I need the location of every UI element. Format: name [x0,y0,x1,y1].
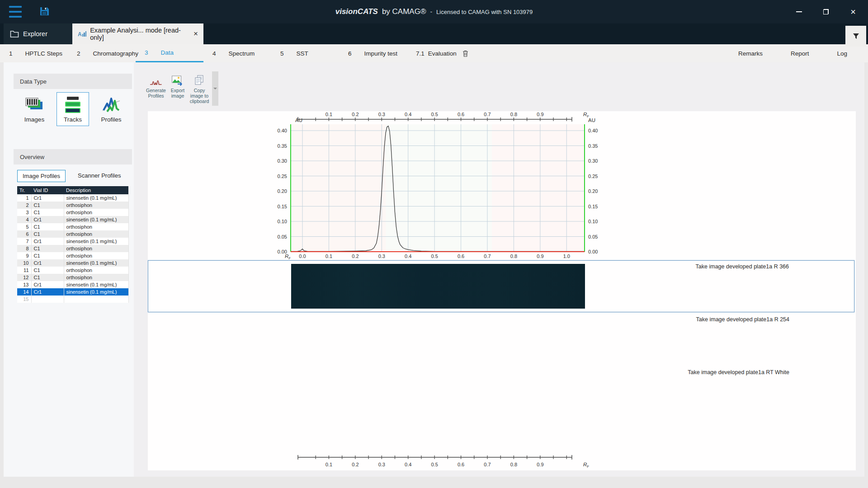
tab-hptlc-steps[interactable]: 1HPTLC Steps [0,44,68,62]
trash-icon[interactable] [462,50,468,57]
tab-sst[interactable]: 5SST [271,44,339,62]
tab-document[interactable]: A Example Analysi... mode [read-only] × [72,23,203,44]
svg-text:0.7: 0.7 [484,462,491,467]
svg-text:0.8: 0.8 [510,253,517,259]
svg-text:0.05: 0.05 [588,234,598,239]
main-area: Generate Profiles Export image C [134,62,864,477]
table-row[interactable]: 14Cr1sinensetin (0.1 mg/mL) [17,288,128,296]
tracks-icon [63,96,82,113]
svg-text:0.7: 0.7 [484,253,491,259]
track-table: Tr.Vial IDDescription 1Cr1sinensetin (0.… [17,186,129,303]
svg-text:0.10: 0.10 [278,219,287,224]
tab-scanner-profiles[interactable]: Scanner Profiles [73,170,126,182]
sidebar: Data Type Images [4,62,134,477]
filter-icon [852,33,860,40]
svg-text:0.00: 0.00 [588,249,598,254]
minimize-button[interactable] [793,6,805,18]
track-image-row-white[interactable]: Take image developed plate1a RT White [148,366,854,417]
svg-text:0.05: 0.05 [278,234,287,239]
svg-text:0.4: 0.4 [405,462,411,467]
overview-header: Overview [14,149,132,164]
svg-text:0.5: 0.5 [431,462,438,467]
window-title: visionCATS by CAMAG® - Licensed to CAMAG… [0,0,868,23]
svg-text:0.9: 0.9 [537,253,543,259]
svg-text:0.25: 0.25 [278,174,287,179]
profile-chart[interactable]: 0.000.000.050.050.100.100.150.150.200.20… [148,111,856,261]
table-row[interactable]: 7Cr1sinensetin (0.1 mg/mL) [17,238,128,245]
profiles-peaks-icon [150,75,162,86]
restore-icon [823,9,829,14]
table-row[interactable]: 12C1orthosiphon [17,274,128,281]
svg-text:0.6: 0.6 [458,253,464,259]
track-image-row-254[interactable]: Take image developed plate1a R 254 [148,314,854,364]
close-button[interactable]: × [847,6,859,18]
track-label-white: Take image developed plate1a RT White [688,369,789,375]
data-type-images[interactable]: Images [18,92,51,126]
table-row[interactable]: 9C1orthosiphon [17,252,128,259]
tab-impurity-test[interactable]: 6Impurity test [339,44,407,62]
table-row[interactable]: 5C1orthosiphon [17,223,128,230]
tab-bar: Explorer A Example Analysi... mode [read… [0,23,868,44]
svg-text:0.40: 0.40 [278,128,287,133]
main-toolbar: Generate Profiles Export image C [145,71,218,106]
analysis-icon: A [78,31,86,37]
toolbar-scrollbar[interactable] [212,71,218,106]
tab-spectrum[interactable]: 4Spectrum [203,44,271,62]
track-table-head: Tr.Vial IDDescription [17,186,128,194]
generate-profiles-button[interactable]: Generate Profiles [145,71,167,99]
tab-chromatography[interactable]: 2Chromatography [68,44,136,62]
export-image-button[interactable]: Export image [167,71,189,99]
svg-text:0.3: 0.3 [378,253,385,259]
svg-text:AU: AU [295,117,302,123]
svg-text:0.20: 0.20 [588,188,598,194]
track-image-row-366[interactable]: Take image developed plate1a R 366 [148,260,854,312]
table-row[interactable]: 15 [17,296,128,303]
svg-text:0.3: 0.3 [378,462,385,467]
svg-text:0.6: 0.6 [458,112,464,117]
svg-text:0.4: 0.4 [405,253,411,259]
svg-text:0.40: 0.40 [588,128,598,133]
table-row[interactable]: 11C1orthosiphon [17,267,128,274]
table-row[interactable]: 6C1orthosiphon [17,230,128,238]
document-tab-label: Example Analysi... mode [read-only] [90,27,190,41]
restore-button[interactable] [820,6,832,18]
svg-text:0.15: 0.15 [278,204,287,209]
svg-text:RF: RF [285,253,291,260]
track-image-white[interactable] [291,369,585,414]
tab-remarks[interactable]: Remarks [738,50,763,57]
svg-text:0.20: 0.20 [278,188,287,194]
table-row[interactable]: 3C1orthosiphon [17,209,128,216]
data-type-tracks[interactable]: Tracks [57,92,89,126]
license-text: Licensed to CAMAG with SN 103979 [436,9,533,15]
copy-image-button[interactable]: Copy image to clipboard [189,71,210,104]
tab-explorer[interactable]: Explorer [4,23,72,44]
tab-data[interactable]: 3Data [136,44,203,62]
tab-image-profiles[interactable]: Image Profiles [17,170,66,182]
profiles-icon [102,96,121,113]
svg-text:0.1: 0.1 [326,462,332,467]
svg-text:0.2: 0.2 [352,462,359,467]
table-row[interactable]: 13Cr1sinensetin (0.1 mg/mL) [17,281,128,288]
data-type-profiles[interactable]: Profiles [95,92,127,126]
track-label-254: Take image developed plate1a R 254 [696,316,789,323]
svg-text:0.5: 0.5 [431,112,438,117]
filter-button[interactable] [845,26,866,47]
table-row[interactable]: 1Cr1sinensetin (0.1 mg/mL) [17,194,128,202]
track-image-366[interactable] [291,264,585,309]
svg-text:RF: RF [583,112,589,118]
svg-text:0.2: 0.2 [352,112,359,117]
table-row[interactable]: 8C1orthosiphon [17,245,128,252]
tab-close-icon[interactable]: × [193,29,198,38]
tab-evaluation[interactable]: 7.1Evaluation [407,44,484,62]
svg-text:0.25: 0.25 [588,174,598,179]
table-row[interactable]: 10Cr1sinensetin (0.1 mg/mL) [17,259,128,267]
table-header-cell: Vial ID [31,186,64,194]
svg-text:0.1: 0.1 [326,112,332,117]
table-header-cell: Description [64,186,128,194]
tab-log[interactable]: Log [837,50,847,57]
table-row[interactable]: 4Cr1sinensetin (0.1 mg/mL) [17,216,128,223]
tab-report[interactable]: Report [791,50,809,57]
track-image-254[interactable] [291,316,585,361]
table-row[interactable]: 2C1orthosiphon [17,202,128,209]
svg-text:0.6: 0.6 [458,462,464,467]
